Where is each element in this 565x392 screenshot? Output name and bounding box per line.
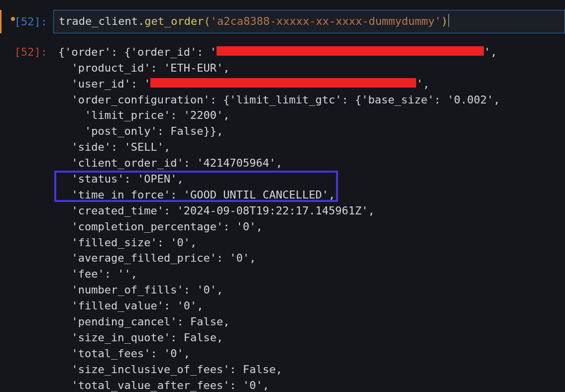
input-prompt: [52]: — [1, 10, 53, 33]
text-cursor-icon — [449, 14, 449, 26]
output-prompt: [52]: — [1, 40, 53, 392]
output-cell: [52]: {'order': {'order_id': '', 'produc… — [0, 40, 565, 392]
code-string-token: 'a2ca8388-xxxxx-xx-xxxx-dummydummy' — [211, 15, 442, 27]
input-prompt-label: [52]: — [14, 15, 47, 28]
code-method-token: get_order — [144, 15, 204, 27]
output-prompt-label: [52]: — [14, 46, 47, 58]
redacted-order-id — [217, 46, 484, 56]
modified-indicator-icon — [11, 17, 15, 21]
redacted-user-id — [150, 78, 416, 88]
code-object-token: trade_client — [59, 15, 138, 27]
output-text: {'order': {'order_id': '', 'product_id':… — [53, 40, 565, 392]
notebook-root: [52]: trade_client.get_order('a2ca8388-x… — [0, 0, 565, 392]
code-cell[interactable]: [52]: trade_client.get_order('a2ca8388-x… — [0, 10, 565, 33]
code-editor[interactable]: trade_client.get_order('a2ca8388-xxxxx-x… — [53, 10, 565, 33]
